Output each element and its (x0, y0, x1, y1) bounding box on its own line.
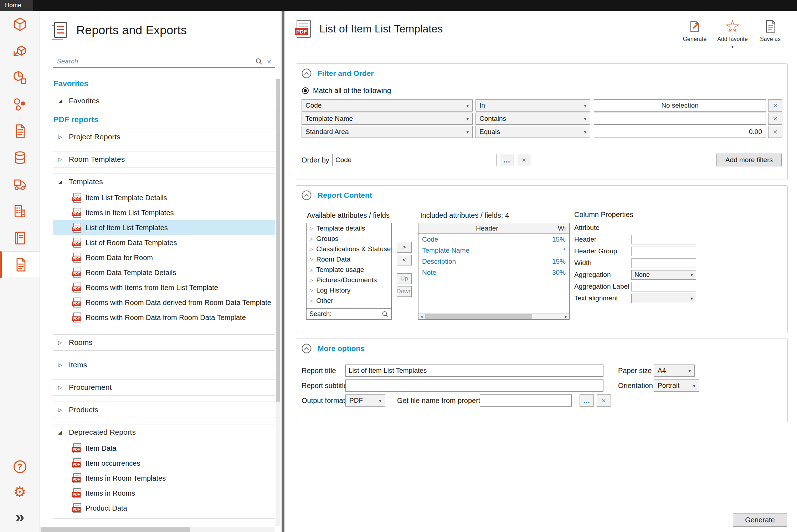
orientation-select[interactable]: Portrait▾ (654, 379, 699, 392)
width-input[interactable] (631, 258, 696, 268)
scrollbar-thumb[interactable] (41, 527, 190, 532)
search-input[interactable] (57, 57, 251, 65)
rail-item-models[interactable] (0, 37, 40, 64)
report-item[interactable]: PDF Room Data Template Details (53, 265, 275, 280)
table-row[interactable]: Description15% (418, 256, 569, 267)
filter-field-select[interactable]: Standard Area▾ (302, 126, 473, 138)
report-item[interactable]: PDF Item List Template Details (53, 190, 275, 205)
collapse-section-icon[interactable] (301, 68, 312, 79)
add-more-filters-button[interactable]: Add more filters (716, 154, 782, 166)
attribute-group-item[interactable]: ▷Groups (307, 233, 391, 244)
search-icon[interactable] (255, 57, 263, 65)
report-title-input[interactable] (345, 365, 603, 377)
scrollbar-thumb[interactable] (276, 79, 280, 402)
report-item[interactable]: PDF Rooms with Room Data from Room Data … (53, 310, 275, 325)
width-column[interactable]: Wi (556, 223, 569, 233)
filter-field-select[interactable]: Code▾ (302, 99, 473, 112)
filename-more-button[interactable]: … (580, 394, 594, 407)
order-by-more-button[interactable]: … (500, 154, 514, 166)
aggregation-label-input[interactable] (631, 282, 696, 291)
scroll-left-icon[interactable]: ◄ (418, 315, 425, 319)
save-as-button[interactable]: Save as (754, 17, 787, 50)
report-item-selected[interactable]: PDF List of Item List Templates (53, 220, 275, 235)
table-row[interactable]: Note30% (418, 267, 569, 278)
report-item[interactable]: PDF Items in Room Templates (53, 471, 275, 486)
remove-filter-button[interactable]: × (768, 99, 782, 112)
report-item[interactable]: PDF Rooms with Room Data derived from Ro… (53, 295, 275, 310)
add-favorite-button[interactable]: ☆ Add favorite ▾ (716, 17, 749, 50)
filter-operator-select[interactable]: In▾ (475, 99, 590, 112)
attribute-group-item[interactable]: ▷Classifications & Statuses (307, 244, 391, 254)
rail-item-rooms[interactable] (0, 64, 40, 91)
attribute-group-item[interactable]: ▷Template details (307, 223, 391, 233)
attributes-search-field[interactable]: Search: (306, 308, 392, 320)
rail-item-buildings[interactable] (0, 198, 40, 224)
report-item[interactable]: PDF Room Data for Room (53, 250, 275, 265)
report-subtitle-input[interactable] (345, 379, 603, 392)
header-group-input[interactable] (631, 247, 696, 256)
order-by-input[interactable] (332, 154, 497, 166)
rail-item-help[interactable]: ? (0, 454, 40, 479)
report-item[interactable]: PDF Item Data (53, 441, 275, 456)
rail-item-expand[interactable]: » (0, 504, 40, 529)
report-item[interactable]: PDF Items in Rooms (53, 486, 275, 501)
vertical-scrollbar[interactable] (276, 79, 280, 526)
filename-clear-button[interactable]: × (597, 394, 611, 407)
attribute-group-item[interactable]: ▷Pictures/Documents (307, 275, 391, 285)
horizontal-scrollbar[interactable] (40, 527, 274, 532)
collapse-section-icon[interactable] (301, 343, 312, 354)
remove-attribute-button[interactable]: < (397, 255, 412, 265)
move-up-button[interactable]: Up (397, 273, 412, 284)
tab-home[interactable]: Home (0, 0, 33, 11)
scrollbar-thumb[interactable] (425, 314, 532, 319)
tree-group-header[interactable]: ▷ Products (53, 402, 275, 418)
header-column[interactable]: Header (418, 223, 556, 233)
panel-divider[interactable] (282, 11, 284, 532)
rail-item-logistics[interactable] (0, 171, 40, 198)
table-horizontal-scrollbar[interactable]: ◄ ► (418, 313, 569, 319)
tree-group-header[interactable]: ◢ Deprecated Reports (53, 424, 275, 440)
scroll-right-icon[interactable]: ► (563, 315, 569, 319)
rail-item-projects[interactable] (0, 11, 40, 37)
report-item[interactable]: PDF Item occurrences (53, 456, 275, 471)
report-item[interactable]: PDF List of Room Data Templates (53, 235, 275, 250)
text-alignment-select[interactable]: ▾ (631, 294, 696, 303)
attribute-group-item[interactable]: ▷Template usage (307, 264, 391, 275)
filter-value-field[interactable]: No selection (594, 99, 766, 112)
rail-item-catalog[interactable] (0, 224, 40, 251)
tree-group-header[interactable]: ▷ Room Templates (53, 151, 275, 167)
rail-item-data[interactable] (0, 144, 40, 171)
table-row[interactable]: Code15% (418, 234, 569, 245)
tree-group-header[interactable]: ▷ Rooms (53, 335, 275, 350)
tree-group-header-favorites[interactable]: ◢ Favorites (53, 93, 275, 109)
output-format-select[interactable]: PDF▾ (345, 394, 385, 407)
header-input[interactable] (631, 235, 696, 244)
filter-operator-select[interactable]: Equals▾ (475, 126, 590, 138)
report-item[interactable]: PDF Rooms with Items from Item List Temp… (53, 280, 275, 295)
filter-value-field[interactable]: 0.00 (594, 126, 766, 138)
attribute-group-item[interactable]: ▷Log History (307, 285, 391, 295)
attribute-group-item[interactable]: ▷Other (307, 295, 391, 306)
tree-group-header[interactable]: ▷ Items (53, 357, 275, 373)
rail-item-reports[interactable] (0, 251, 40, 278)
filter-value-field[interactable] (594, 113, 766, 125)
aggregation-select[interactable]: None▾ (631, 270, 696, 280)
remove-filter-button[interactable]: × (768, 113, 782, 125)
attribute-group-item[interactable]: ▷Room Data (307, 254, 391, 264)
filter-field-select[interactable]: Template Name▾ (302, 113, 473, 125)
move-down-button[interactable]: Down (397, 286, 412, 297)
table-row[interactable]: Template Name* (418, 245, 569, 256)
order-by-clear-button[interactable]: × (517, 154, 531, 166)
collapse-section-icon[interactable] (301, 190, 312, 201)
match-all-radio[interactable] (302, 87, 309, 94)
generate-button[interactable]: Generate (733, 513, 787, 527)
rail-item-documents[interactable] (0, 118, 40, 144)
tree-group-header[interactable]: ▷ Procurement (53, 379, 275, 395)
tree-group-header[interactable]: ◢ Templates (53, 174, 275, 190)
generate-tool-button[interactable]: Generate (678, 17, 711, 50)
tree-group-header[interactable]: ▷ Project Reports (53, 129, 275, 145)
remove-filter-button[interactable]: × (768, 126, 782, 138)
report-item[interactable]: PDF Items in Item List Templates (53, 205, 275, 220)
paper-size-select[interactable]: A4▾ (654, 365, 695, 377)
filter-operator-select[interactable]: Contains▾ (475, 113, 590, 125)
